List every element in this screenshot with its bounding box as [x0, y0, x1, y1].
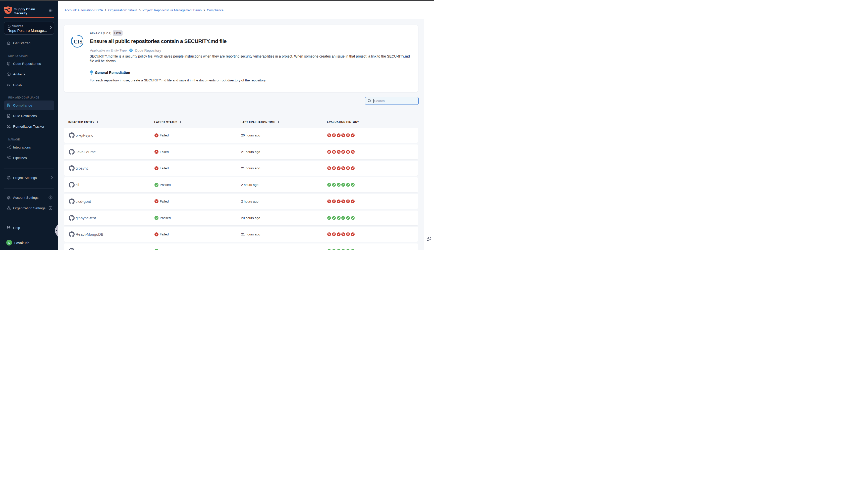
svg-text:</>: </>	[130, 49, 132, 51]
svg-text:CIS.: CIS.	[73, 39, 83, 45]
